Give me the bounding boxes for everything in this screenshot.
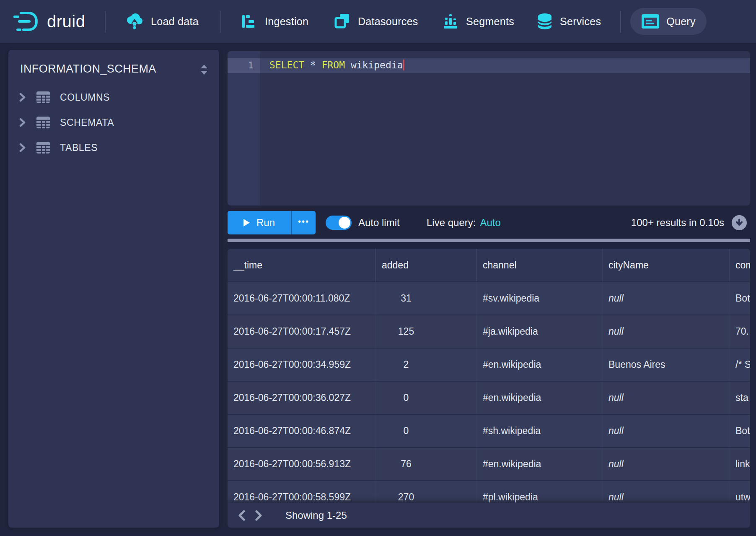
cell-comment[interactable]: link <box>730 448 750 480</box>
cell-added[interactable]: 31 <box>376 282 477 315</box>
cell-channel[interactable]: #sv.wikipedia <box>477 282 603 315</box>
table-row: 2016-06-27T00:00:17.457Z 125 #ja.wikiped… <box>228 315 750 349</box>
cell-time[interactable]: 2016-06-27T00:00:36.027Z <box>228 382 376 414</box>
text-cursor <box>403 60 404 70</box>
next-page-button[interactable] <box>250 503 267 528</box>
results-pagination-footer: Showing 1-25 <box>228 503 750 528</box>
chevron-left-icon <box>238 510 246 521</box>
nav-divider <box>105 11 106 33</box>
nav-item-services[interactable]: Services <box>537 0 601 43</box>
cell-time[interactable]: 2016-06-27T00:00:11.080Z <box>228 282 376 315</box>
nav-item-ingestion[interactable]: Ingestion <box>242 0 308 43</box>
query-results-panel: __time added channel cityName comment 20… <box>228 249 750 528</box>
table-row: 2016-06-27T00:00:34.959Z 2 #en.wikipedia… <box>228 349 750 382</box>
table-icon <box>36 117 50 128</box>
cell-channel[interactable]: #en.wikipedia <box>477 382 603 414</box>
cell-time[interactable]: 2016-06-27T00:00:34.959Z <box>228 349 376 381</box>
nav-label-load-data: Load data <box>151 16 199 28</box>
column-header-channel[interactable]: channel <box>477 249 603 281</box>
showing-range-label: Showing 1-25 <box>285 510 347 521</box>
druid-logo-text: druid <box>47 12 85 31</box>
cell-comment[interactable]: 70. <box>730 315 750 348</box>
table-row: 2016-06-27T00:00:11.080Z 31 #sv.wikipedi… <box>228 282 750 315</box>
nav-item-segments[interactable]: Segments <box>443 0 514 43</box>
sidebar-item-schemata[interactable]: SCHEMATA <box>8 112 219 133</box>
run-bar: Run ••• Auto limit Live query: Auto 100+… <box>228 211 750 234</box>
previous-page-button[interactable] <box>233 503 250 528</box>
table-row: 2016-06-27T00:00:46.874Z 0 #sh.wikipedia… <box>228 415 750 448</box>
table-icon <box>36 91 50 103</box>
results-summary: 100+ results in 0.10s <box>631 211 724 234</box>
play-icon <box>243 219 250 226</box>
nav-item-datasources[interactable]: Datasources <box>334 0 418 43</box>
cell-added[interactable]: 0 <box>376 415 477 447</box>
nav-item-query-active[interactable]: Query <box>630 8 707 35</box>
cell-comment[interactable]: sta <box>730 382 750 414</box>
live-query-control: Live query: Auto <box>427 211 501 234</box>
column-header-added[interactable]: added <box>376 249 477 281</box>
segments-icon <box>443 14 458 29</box>
query-icon <box>641 14 660 29</box>
column-header-time[interactable]: __time <box>228 249 376 281</box>
sql-table-name: wikipedia <box>345 60 403 70</box>
live-query-value[interactable]: Auto <box>480 217 500 229</box>
toggle-knob <box>339 217 350 229</box>
cell-cityname[interactable]: null <box>603 282 730 315</box>
cell-time[interactable]: 2016-06-27T00:00:46.874Z <box>228 415 376 447</box>
ingestion-icon <box>242 14 257 29</box>
cell-channel[interactable]: #en.wikipedia <box>477 349 603 381</box>
cell-cityname[interactable]: Buenos Aires <box>603 349 730 381</box>
sql-editor[interactable]: 1 SELECT * FROM wikipedia <box>228 51 750 206</box>
cell-cityname[interactable]: null <box>603 382 730 414</box>
cell-added[interactable]: 2 <box>376 349 477 381</box>
sql-keyword-from: FROM <box>322 60 345 70</box>
services-icon <box>537 13 552 30</box>
run-button[interactable]: Run <box>228 211 291 234</box>
auto-limit-label: Auto limit <box>358 211 400 234</box>
sidebar-item-label: COLUMNS <box>60 92 110 103</box>
nav-label-services: Services <box>560 16 601 28</box>
editor-line-number: 1 <box>228 60 254 70</box>
chevron-right-icon <box>19 143 26 152</box>
cell-channel[interactable]: #ja.wikipedia <box>477 315 603 348</box>
sidebar-item-label: TABLES <box>60 142 98 154</box>
cell-time[interactable]: 2016-06-27T00:00:56.913Z <box>228 448 376 480</box>
sql-star: * <box>304 60 322 70</box>
cell-added[interactable]: 125 <box>376 315 477 348</box>
editor-results-splitter[interactable] <box>228 239 750 242</box>
download-results-button[interactable] <box>732 215 747 230</box>
nav-label-datasources: Datasources <box>358 16 418 28</box>
cell-cityname[interactable]: null <box>603 315 730 348</box>
table-row: 2016-06-27T00:00:36.027Z 0 #en.wikipedia… <box>228 382 750 415</box>
cell-comment[interactable]: Bot <box>730 282 750 315</box>
chevron-right-icon <box>255 510 262 521</box>
chevron-right-icon <box>19 93 26 102</box>
auto-limit-toggle[interactable] <box>326 216 352 230</box>
table-icon <box>36 142 50 154</box>
sql-query-text[interactable]: SELECT * FROM wikipedia <box>269 60 404 70</box>
sidebar-item-tables[interactable]: TABLES <box>8 137 219 158</box>
sidebar-item-columns[interactable]: COLUMNS <box>8 87 219 108</box>
cell-channel[interactable]: #sh.wikipedia <box>477 415 603 447</box>
results-body: 2016-06-27T00:00:11.080Z 31 #sv.wikipedi… <box>228 282 750 528</box>
column-header-comment[interactable]: comment <box>730 249 750 281</box>
double-caret-vertical-icon[interactable] <box>200 64 208 77</box>
editor-gutter <box>228 51 260 206</box>
column-header-cityname[interactable]: cityName <box>603 249 730 281</box>
run-button-group: Run ••• <box>228 211 316 234</box>
cell-added[interactable]: 76 <box>376 448 477 480</box>
schema-explorer-panel: INFORMATION_SCHEMA COLUMNS <box>8 50 219 528</box>
schema-title: INFORMATION_SCHEMA <box>20 62 156 75</box>
nav-item-load-data[interactable]: Load data <box>126 0 199 43</box>
run-more-options-button[interactable]: ••• <box>291 211 316 234</box>
cell-cityname[interactable]: null <box>603 448 730 480</box>
cell-cityname[interactable]: null <box>603 415 730 447</box>
more-icon: ••• <box>298 217 309 229</box>
cell-comment[interactable]: /* S <box>730 349 750 381</box>
cell-comment[interactable]: Bot <box>730 415 750 447</box>
cell-added[interactable]: 0 <box>376 382 477 414</box>
cell-time[interactable]: 2016-06-27T00:00:17.457Z <box>228 315 376 348</box>
druid-logo[interactable]: druid <box>13 0 85 43</box>
live-query-label: Live query: <box>427 217 476 229</box>
cell-channel[interactable]: #en.wikipedia <box>477 448 603 480</box>
